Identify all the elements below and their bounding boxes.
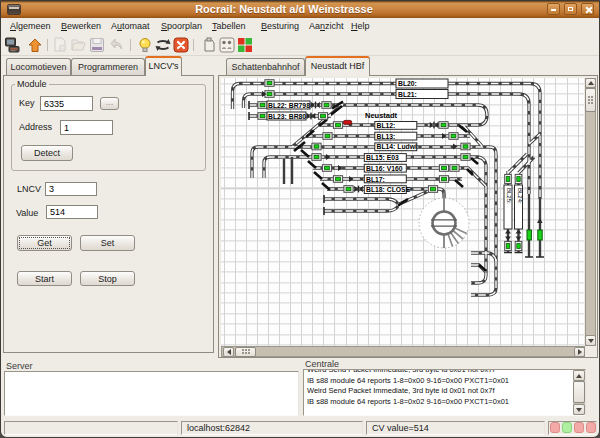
svg-text:BL23: BR80: BL23: BR80 [268, 113, 306, 120]
svg-text:BL25:: BL25: [506, 188, 512, 204]
svg-text:Neustadt: Neustadt [365, 111, 398, 120]
svg-text:BL22: BR798: BL22: BR798 [268, 102, 310, 109]
svg-text:BL14: Ludwi: BL14: Ludwi [377, 143, 418, 150]
svg-text:BL17:: BL17: [366, 176, 385, 183]
svg-text:BL13:: BL13: [377, 133, 396, 140]
svg-text:BL12:: BL12: [377, 122, 396, 129]
svg-text:BL24:: BL24: [517, 188, 523, 204]
svg-text:BL20:: BL20: [398, 80, 417, 87]
svg-text:BL16: V160: BL16: V160 [366, 165, 403, 172]
svg-text:BL21:: BL21: [398, 91, 417, 98]
svg-text:BL18: CLOSE: BL18: CLOSE [366, 186, 411, 193]
svg-text:BL15: E03: BL15: E03 [366, 154, 399, 161]
